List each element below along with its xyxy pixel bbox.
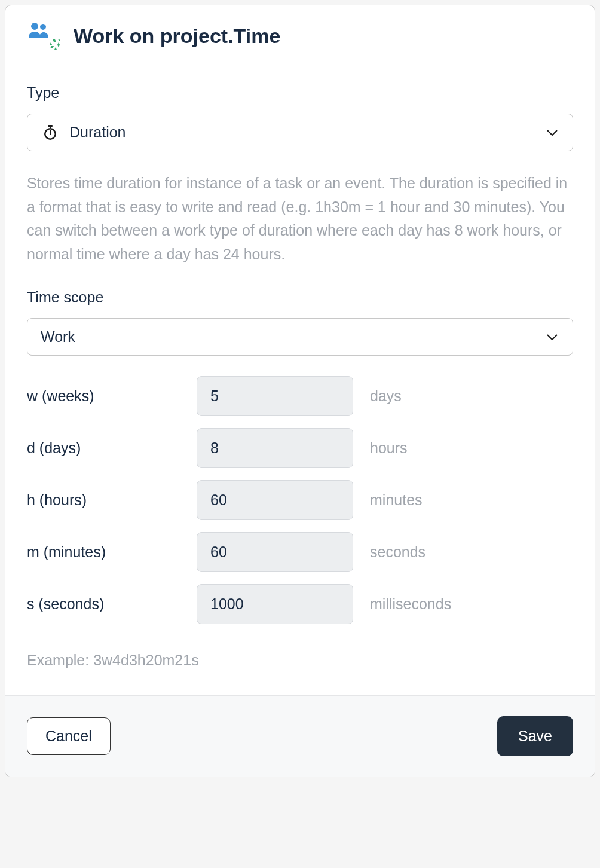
time-scope-label: Time scope — [27, 289, 573, 306]
unit-suffix: milliseconds — [370, 595, 451, 613]
svg-point-0 — [31, 23, 38, 30]
unit-input-days[interactable] — [197, 428, 353, 468]
time-scope-field: Time scope Work — [27, 289, 573, 356]
svg-rect-3 — [50, 126, 51, 128]
type-select[interactable]: Duration — [27, 114, 573, 151]
cancel-button[interactable]: Cancel — [27, 717, 111, 755]
dialog-body: Work on project.Time Type Duration — [5, 5, 595, 695]
stopwatch-icon — [43, 125, 57, 140]
unit-suffix: seconds — [370, 543, 425, 561]
unit-input-weeks[interactable] — [197, 376, 353, 416]
dialog-header: Work on project.Time — [27, 22, 573, 50]
unit-label: d (days) — [27, 439, 197, 457]
unit-label: m (minutes) — [27, 543, 197, 561]
unit-row-minutes: m (minutes) seconds — [27, 532, 573, 572]
unit-label: w (weeks) — [27, 387, 197, 405]
svg-rect-6 — [50, 130, 51, 135]
type-field: Type Duration — [27, 84, 573, 266]
unit-suffix: days — [370, 387, 402, 405]
dialog-title: Work on project.Time — [74, 25, 280, 48]
type-help-text: Stores time duration for instance of a t… — [27, 172, 573, 266]
unit-row-seconds: s (seconds) milliseconds — [27, 584, 573, 624]
svg-point-1 — [40, 24, 46, 30]
people-icon — [27, 22, 51, 39]
time-scope-select[interactable]: Work — [27, 318, 573, 356]
recycle-icon — [48, 38, 63, 52]
dialog: Work on project.Time Type Duration — [5, 5, 595, 777]
unit-row-hours: h (hours) minutes — [27, 480, 573, 520]
unit-suffix: minutes — [370, 491, 423, 509]
time-scope-value: Work — [41, 328, 75, 346]
header-icon-group — [27, 22, 60, 50]
unit-input-seconds[interactable] — [197, 584, 353, 624]
unit-row-days: d (days) hours — [27, 428, 573, 468]
units-table: w (weeks) days d (days) hours h (hours) … — [27, 376, 573, 624]
example-text: Example: 3w4d3h20m21s — [27, 652, 573, 669]
save-button[interactable]: Save — [497, 716, 573, 756]
unit-row-weeks: w (weeks) days — [27, 376, 573, 416]
unit-label: h (hours) — [27, 491, 197, 509]
unit-input-minutes[interactable] — [197, 532, 353, 572]
unit-input-hours[interactable] — [197, 480, 353, 520]
type-value: Duration — [69, 124, 126, 141]
type-label: Type — [27, 84, 573, 102]
unit-suffix: hours — [370, 439, 408, 457]
unit-label: s (seconds) — [27, 595, 197, 613]
dialog-footer: Cancel Save — [5, 695, 595, 777]
